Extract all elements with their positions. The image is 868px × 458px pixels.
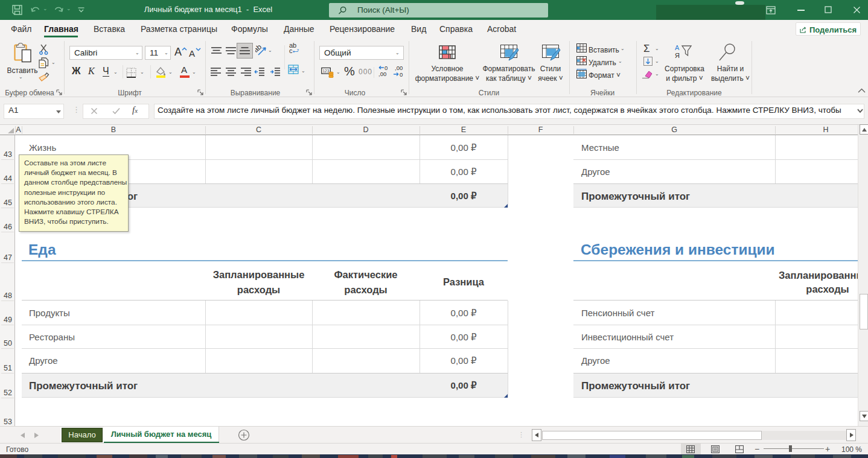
svg-text:,00: ,00 [378, 71, 386, 77]
svg-text:ab: ab [255, 44, 263, 54]
svg-text:123: 123 [323, 69, 330, 73]
svg-text:А: А [675, 44, 680, 51]
svg-text:0: 0 [400, 71, 403, 77]
svg-text:Я: Я [675, 52, 680, 59]
svg-text:,00: ,00 [395, 65, 403, 71]
